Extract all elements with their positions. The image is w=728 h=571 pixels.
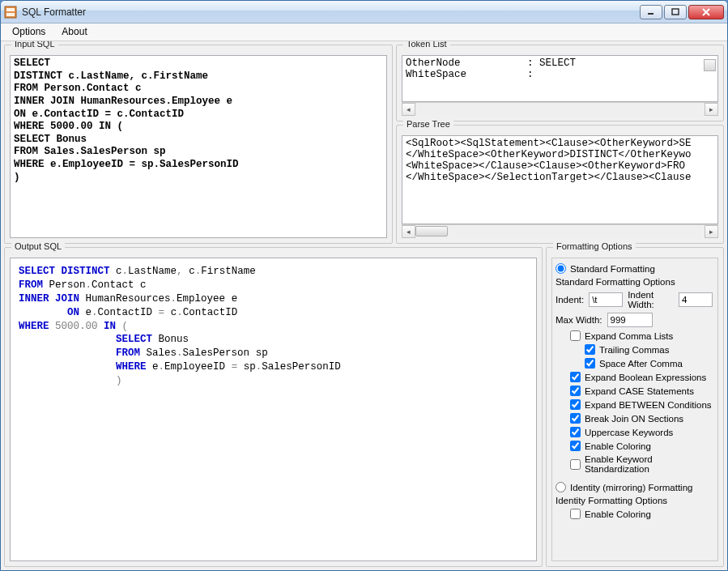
scroll-thumb[interactable] xyxy=(415,226,448,236)
scroll-left-icon[interactable]: ◂ xyxy=(402,225,415,238)
minimize-button[interactable] xyxy=(640,5,662,19)
window-buttons xyxy=(640,5,724,19)
scroll-left-icon[interactable]: ◂ xyxy=(402,103,415,116)
enable-coloring-label: Enable Coloring xyxy=(585,441,651,451)
standard-options-header: Standard Formatting Options xyxy=(556,275,713,288)
output-sql-panel: Output SQL SELECT DISTINCT c.LastName, c… xyxy=(4,247,543,567)
parse-tree-body[interactable]: <SqlRoot><SqlStatement><Clause><OtherKey… xyxy=(402,135,718,224)
identity-coloring-label: Enable Coloring xyxy=(585,509,651,519)
chk-trailing-commas[interactable] xyxy=(585,344,595,355)
indent-label: Indent: xyxy=(556,295,584,305)
menu-about[interactable]: About xyxy=(53,23,95,40)
output-sql-legend: Output SQL xyxy=(11,241,65,251)
app-icon xyxy=(4,6,17,19)
expand-comma-label: Expand Comma Lists xyxy=(585,331,673,341)
kw-standardization-label: Enable Keyword Standardization xyxy=(585,454,713,474)
radio-standard-formatting[interactable] xyxy=(556,263,566,274)
token-row1-key: OtherNode xyxy=(406,58,461,69)
pad2 xyxy=(466,69,527,80)
input-sql-textarea[interactable]: SELECT DISTINCT c.LastName, c.FirstName … xyxy=(10,55,387,238)
svg-rect-1 xyxy=(6,8,15,11)
scroll-right-icon[interactable]: ▸ xyxy=(705,225,718,238)
maximize-button[interactable] xyxy=(664,5,687,19)
scroll-track[interactable] xyxy=(415,225,705,238)
token-row2-val: : xyxy=(527,69,534,80)
input-sql-legend: Input SQL xyxy=(11,41,58,49)
options-scroll[interactable]: Standard Formatting Standard Formatting … xyxy=(551,258,718,561)
identity-options-header: Identity Formatting Options xyxy=(556,494,713,507)
formatting-options-legend: Formatting Options xyxy=(553,241,636,251)
standard-formatting-label: Standard Formatting xyxy=(570,264,655,274)
indent-input[interactable] xyxy=(589,292,623,307)
svg-rect-2 xyxy=(6,13,15,16)
chk-expand-bool[interactable] xyxy=(570,372,581,382)
output-sql-textarea[interactable]: SELECT DISTINCT c.LastName, c.FirstName … xyxy=(10,258,537,561)
indent-width-input[interactable] xyxy=(679,292,713,307)
chk-kw-standardization[interactable] xyxy=(570,459,581,470)
max-width-input[interactable] xyxy=(607,313,653,327)
uppercase-kw-label: Uppercase Keywords xyxy=(585,428,673,437)
chk-space-after-comma[interactable] xyxy=(585,358,595,369)
app-window: SQL Formatter Options About Input SQL SE… xyxy=(0,0,728,571)
close-button[interactable] xyxy=(688,5,724,19)
expand-bool-label: Expand Boolean Expressions xyxy=(585,373,706,382)
input-sql-text: SELECT DISTINCT c.LastName, c.FirstName … xyxy=(14,58,239,183)
expand-case-label: Expand CASE Statements xyxy=(585,386,694,396)
chk-expand-comma[interactable] xyxy=(570,330,581,341)
indent-width-label: Indent Width: xyxy=(628,290,674,309)
scroll-right-icon[interactable]: ▸ xyxy=(705,103,718,116)
chk-expand-case[interactable] xyxy=(570,386,581,396)
tokenlist-h-scrollbar[interactable]: ◂ ▸ xyxy=(402,102,718,116)
token-list-panel: Token List OtherNode : SELECT WhiteSpace… xyxy=(396,45,724,121)
input-sql-panel: Input SQL SELECT DISTINCT c.LastName, c.… xyxy=(4,45,393,244)
token-row2-key: WhiteSpace xyxy=(406,69,466,80)
expand-between-label: Expand BETWEEN Conditions xyxy=(585,400,712,410)
chk-break-join[interactable] xyxy=(570,413,581,424)
menu-options[interactable]: Options xyxy=(4,23,53,40)
parse-tree-text: <SqlRoot><SqlStatement><Clause><OtherKey… xyxy=(406,138,692,183)
titlebar[interactable]: SQL Formatter xyxy=(1,1,727,23)
space-after-comma-label: Space After Comma xyxy=(599,359,683,369)
content-area: Input SQL SELECT DISTINCT c.LastName, c.… xyxy=(1,41,727,570)
radio-identity-formatting[interactable] xyxy=(556,482,566,492)
trailing-commas-label: Trailing Commas xyxy=(599,345,669,355)
formatting-options-panel: Formatting Options Standard Formatting S… xyxy=(546,247,724,567)
token-list-body[interactable]: OtherNode : SELECT WhiteSpace : xyxy=(402,55,718,102)
pad1 xyxy=(461,58,528,69)
tokenlist-scroll-thumb[interactable] xyxy=(704,59,716,71)
svg-rect-4 xyxy=(672,9,679,15)
identity-formatting-label: Identity (mirroring) Formatting xyxy=(570,483,692,492)
chk-identity-coloring[interactable] xyxy=(570,509,581,519)
chk-enable-coloring[interactable] xyxy=(570,441,581,451)
menubar: Options About xyxy=(1,23,727,41)
parsetree-h-scrollbar[interactable]: ◂ ▸ xyxy=(402,224,718,238)
max-width-label: Max Width: xyxy=(556,315,602,325)
token-list-legend: Token List xyxy=(403,41,450,49)
parse-tree-legend: Parse Tree xyxy=(403,119,453,129)
scroll-track[interactable] xyxy=(415,103,705,116)
parse-tree-panel: Parse Tree <SqlRoot><SqlStatement><Claus… xyxy=(396,125,724,244)
chk-uppercase-kw[interactable] xyxy=(570,427,581,437)
token-row1-val: : SELECT xyxy=(527,58,576,69)
chk-expand-between[interactable] xyxy=(570,399,581,410)
break-join-label: Break Join ON Sections xyxy=(585,414,683,424)
window-title: SQL Formatter xyxy=(22,6,640,18)
